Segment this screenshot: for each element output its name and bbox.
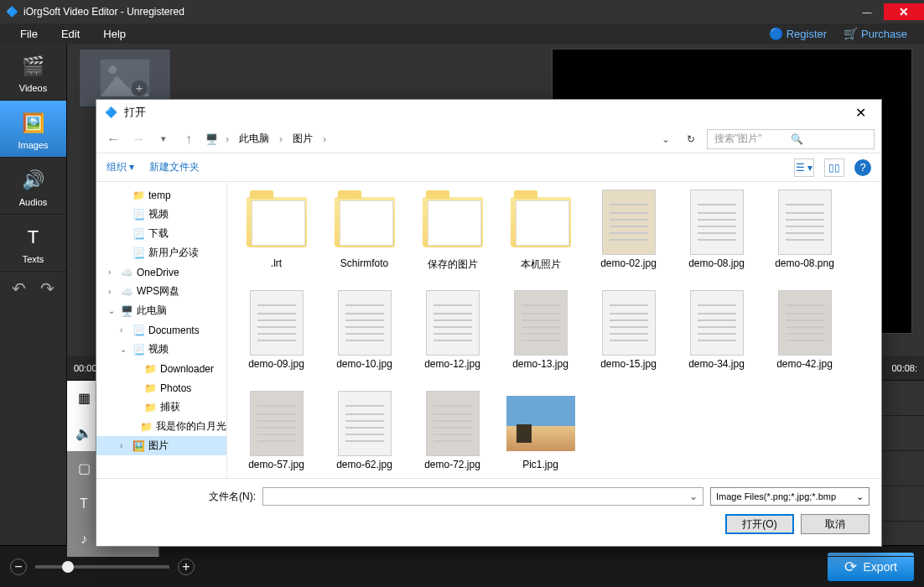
rail-videos[interactable]: 🎬Videos [0,44,66,101]
app-icon: 🔷 [5,5,18,18]
nav-history-button[interactable]: ▾ [153,133,174,144]
undo-button[interactable]: ↶ [7,277,30,300]
tree-label: Downloader [160,363,214,375]
nav-back-button[interactable]: ← [103,132,123,147]
file-item[interactable]: demo-34.jpg [672,289,760,390]
tree-item[interactable]: 📁Photos [96,378,226,397]
text-icon: T [15,222,52,252]
zoom-slider[interactable] [35,565,169,569]
crumb-2[interactable]: 图片 [289,132,316,146]
tree-item[interactable]: ⌄🖥️此电脑 [96,301,226,320]
purchase-link[interactable]: 🛒Purchase [835,27,916,40]
tree-item[interactable]: ›☁️WPS网盘 [96,282,226,301]
file-item[interactable]: demo-08.jpg [672,189,760,289]
folder-icon: 📁 [143,382,157,394]
file-item[interactable]: .lrt [232,189,320,289]
tree-label: Photos [160,382,191,394]
file-item[interactable]: demo-08.png [760,189,849,289]
folder-icon [511,197,571,247]
left-rail: 🎬Videos 🖼️Images 🔊Audios TTexts ↶ ↷ [0,44,67,545]
dialog-body: 📁temp📃视频📃下载📃新用户必读›☁️OneDrive›☁️WPS网盘⌄🖥️此… [96,182,881,478]
tree-item[interactable]: 📃视频 [96,205,226,224]
folder-icon [247,197,307,247]
zoom-in-button[interactable]: + [178,558,195,575]
file-filter-select[interactable]: Image Files(*.png;*.jpg;*.bmp⌄ [710,487,869,506]
file-item[interactable]: demo-12.jpg [408,289,496,390]
view-mode-button[interactable]: ☰ ▾ [794,158,814,177]
chevron-icon: ⌄ [120,345,128,354]
tree-label: 此电脑 [137,304,167,318]
tree-label: temp [148,190,171,201]
file-item[interactable]: demo-15.jpg [584,289,672,390]
search-box[interactable]: 搜索"图片" 🔍 [707,129,875,149]
help-button[interactable]: ? [854,159,871,176]
preview-pane-button[interactable]: ▯▯ [824,158,844,177]
tree-label: Documents [148,325,200,336]
menu-bar: File Edit Help 🔵Register 🛒Purchase [0,23,924,44]
dialog-close-button[interactable]: ✕ [848,105,873,121]
file-label: Pic1.jpg [522,459,558,470]
menu-help[interactable]: Help [91,28,138,40]
path-dropdown[interactable]: ⌄ [657,133,675,145]
crumb-1[interactable]: 此电脑 [236,132,273,146]
cloud-icon: ☁️ [120,267,133,278]
zoom-controls: − + [10,558,195,575]
file-item[interactable]: demo-42.jpg [760,289,849,390]
document-thumb [778,190,832,255]
redo-button[interactable]: ↷ [35,277,59,300]
open-button[interactable]: 打开(O) [725,514,794,534]
file-item[interactable]: demo-09.jpg [232,289,320,390]
rail-images[interactable]: 🖼️Images [0,101,66,158]
dialog-toolbar: 组织 ▾ 新建文件夹 ☰ ▾ ▯▯ ? [96,153,881,182]
file-item[interactable]: demo-72.jpg [408,390,496,478]
minimize-button[interactable]: — [850,3,884,20]
tree-item[interactable]: ›📃Documents [96,320,226,340]
filter-label: Image Files(*.png;*.jpg;*.bmp [716,491,836,501]
close-button[interactable]: ✕ [884,3,924,20]
register-label: Register [786,28,827,40]
register-link[interactable]: 🔵Register [760,27,835,40]
tree-item[interactable]: 📁Downloader [96,359,226,378]
file-item[interactable]: demo-10.jpg [320,289,408,390]
dialog-nav: ← → ▾ ↑ 🖥️ › 此电脑 › 图片 › ⌄ ↻ 搜索"图片" 🔍 [96,125,881,153]
zoom-out-button[interactable]: − [10,558,27,575]
dialog-footer: 文件名(N): ⌄ Image Files(*.png;*.jpg;*.bmp⌄… [96,478,881,546]
file-item[interactable]: 保存的图片 [408,189,496,289]
cancel-button[interactable]: 取消 [801,514,869,534]
txt-icon: 📃 [132,325,145,336]
tree-item[interactable]: 📃下载 [96,224,226,243]
tree-item[interactable]: ›☁️OneDrive [96,262,226,282]
filename-input[interactable]: ⌄ [262,487,703,506]
tree-item[interactable]: ›🖼️图片 [96,436,226,455]
tree-item[interactable]: 📃新用户必读 [96,243,226,262]
file-item[interactable]: Schirmfoto [320,189,408,289]
tree-item[interactable]: 📁我是你的白月光 [96,417,226,436]
txt-icon: 📃 [132,209,145,221]
photo-thumb [506,396,575,451]
rail-videos-label: Videos [19,83,47,93]
cart-icon: 🛒 [844,27,858,40]
file-item[interactable]: demo-57.jpg [232,390,320,478]
tree-item[interactable]: 📁捕获 [96,397,226,417]
file-label: 保存的图片 [428,257,478,272]
file-item[interactable]: 本机照片 [496,189,584,289]
refresh-button[interactable]: ↻ [680,133,702,145]
history-controls: ↶ ↷ [0,272,66,305]
tree-item[interactable]: ⌄📃视频 [96,340,226,359]
nav-fwd-button[interactable]: → [128,132,148,147]
document-thumb [778,290,832,356]
nav-up-button[interactable]: ↑ [179,132,199,147]
menu-file[interactable]: File [8,28,49,40]
tree-label: OneDrive [137,267,179,278]
file-item[interactable]: demo-02.jpg [584,189,672,289]
organize-menu[interactable]: 组织 ▾ [106,160,134,174]
file-item[interactable]: demo-13.jpg [496,289,584,390]
file-item[interactable]: demo-62.jpg [320,390,408,478]
new-folder-button[interactable]: 新建文件夹 [149,160,200,174]
folder-icon [423,197,483,247]
file-item[interactable]: Pic1.jpg [496,390,584,478]
tree-item[interactable]: 📁temp [96,185,226,205]
rail-texts[interactable]: TTexts [0,215,66,272]
rail-audios[interactable]: 🔊Audios [0,158,66,215]
menu-edit[interactable]: Edit [49,28,91,40]
